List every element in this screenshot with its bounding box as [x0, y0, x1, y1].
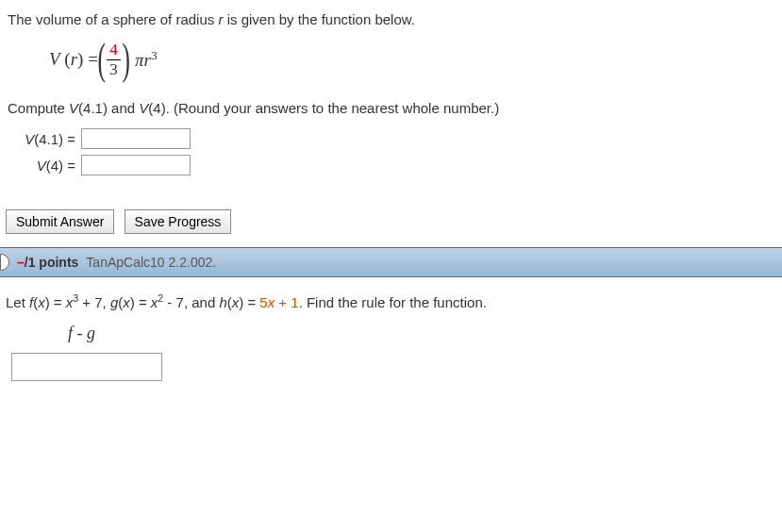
p2-f-eq: ) = — [45, 294, 66, 310]
problem2-text: Let f(x) = x3 + 7, g(x) = x2 - 7, and h(… — [6, 291, 773, 314]
button-row: Submit Answer Save Progress — [0, 192, 782, 247]
answer-row-v41: V(4.1) = — [8, 128, 774, 149]
input-v41[interactable] — [81, 128, 191, 149]
formula-eq: ) = — [77, 49, 98, 70]
formula-r: r — [144, 50, 151, 70]
fraction-4-3: 4 3 — [107, 41, 121, 79]
compute-instruction: Compute V(4.1) and V(4). (Round your ans… — [8, 98, 774, 120]
compute-v1arg: (4.1) and — [78, 100, 139, 116]
question-reference: TanApCalc10 2.2.002. — [86, 255, 216, 270]
compute-v1: V — [69, 100, 78, 116]
compute-a: Compute — [8, 100, 69, 116]
formula-V: V — [49, 49, 60, 70]
p2-h-plus1: + 1 — [275, 294, 298, 310]
input-f-minus-g[interactable] — [11, 353, 162, 381]
formula-pi: π — [135, 50, 144, 70]
p2-f-x: x — [38, 294, 45, 310]
answer-row-v4: V(4) = — [8, 155, 774, 175]
intro-text-a: The volume of a sphere of radius — [8, 11, 218, 27]
rule-fg: f - g — [68, 324, 773, 343]
save-progress-button[interactable]: Save Progress — [125, 209, 232, 234]
p2-g-x: x — [123, 294, 130, 310]
p2-h-5: 5 — [259, 294, 267, 310]
p2-f-rest: + 7, — [78, 294, 110, 310]
p2-g-eq: ) = — [130, 294, 151, 310]
submit-answer-button[interactable]: Submit Answer — [6, 209, 114, 234]
p2-h: h — [219, 294, 226, 310]
intro-text-b: is given by the function below. — [223, 11, 414, 27]
p2-g: g — [110, 294, 118, 310]
big-lparen: ( — [97, 41, 105, 78]
points-text: /1 points — [25, 255, 79, 270]
volume-formula: V (r) = ( 4 3 ) πr3 — [49, 41, 774, 79]
problem1-intro: The volume of a sphere of radius r is gi… — [8, 9, 774, 31]
big-rparen: ) — [122, 41, 129, 78]
compute-v2arg: (4). (Round your answers to the nearest … — [148, 100, 499, 116]
header-notch-icon — [0, 254, 9, 271]
p2-g-rest: - 7, and — [163, 294, 219, 310]
points-negative: – — [17, 255, 25, 270]
compute-v2: V — [139, 100, 148, 116]
input-v4[interactable] — [81, 155, 191, 175]
p2-tail: . Find the rule for the function. — [299, 294, 487, 310]
frac-den: 3 — [107, 60, 121, 79]
p2-h-eq: ) = — [239, 294, 259, 310]
frac-num: 4 — [107, 41, 121, 60]
p2-let: Let — [6, 294, 29, 310]
question-header: –/1 points TanApCalc10 2.2.002. — [0, 247, 782, 277]
label-v4: V(4) = — [8, 158, 81, 174]
formula-exp-3: 3 — [151, 48, 158, 62]
formula-r-arg: r — [71, 49, 77, 70]
label-v41: V(4.1) = — [8, 131, 81, 147]
